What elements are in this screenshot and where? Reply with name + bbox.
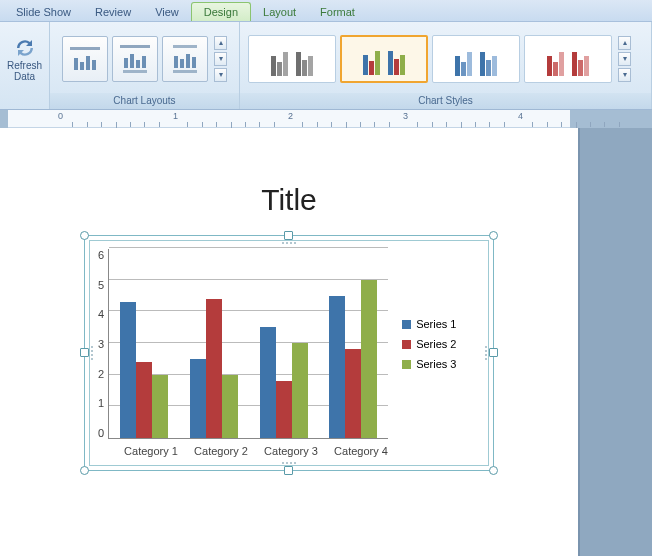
bar[interactable] bbox=[329, 296, 345, 439]
workspace: Title 0123456 Series 1Serie bbox=[0, 128, 652, 556]
ruler-mark: 4 bbox=[518, 111, 523, 121]
legend-swatch bbox=[402, 320, 411, 329]
bar[interactable] bbox=[136, 362, 152, 438]
bar[interactable] bbox=[152, 375, 168, 438]
y-tick-label: 6 bbox=[98, 249, 104, 261]
x-axis: Category 1Category 2Category 3Category 4 bbox=[116, 439, 396, 457]
y-tick-label: 0 bbox=[98, 427, 104, 439]
layout-scroll-down[interactable]: ▾ bbox=[214, 52, 227, 66]
layout-more[interactable]: ▾ bbox=[214, 68, 227, 82]
layout-scroll-up[interactable]: ▴ bbox=[214, 36, 227, 50]
bar[interactable] bbox=[260, 327, 276, 438]
legend-label: Series 3 bbox=[416, 358, 456, 370]
bar[interactable] bbox=[120, 302, 136, 438]
bar[interactable] bbox=[190, 359, 206, 438]
legend-swatch bbox=[402, 340, 411, 349]
style-scroll-up[interactable]: ▴ bbox=[618, 36, 631, 50]
resize-handle-tl[interactable] bbox=[80, 231, 89, 240]
gridline bbox=[109, 247, 388, 248]
x-tick-label: Category 2 bbox=[194, 445, 248, 457]
chart-layout-3[interactable] bbox=[162, 36, 208, 82]
x-tick-label: Category 4 bbox=[334, 445, 388, 457]
refresh-data-button[interactable]: Refresh Data bbox=[4, 27, 45, 91]
bar[interactable] bbox=[206, 299, 222, 438]
resize-handle-tm[interactable] bbox=[284, 231, 293, 240]
bar[interactable] bbox=[345, 349, 361, 438]
category-group[interactable] bbox=[190, 299, 238, 438]
group-chart-layouts: ▴ ▾ ▾ Chart Layouts bbox=[50, 22, 240, 109]
ribbon: Refresh Data . ▴ ▾ ▾ bbox=[0, 22, 652, 110]
tab-format[interactable]: Format bbox=[308, 3, 367, 21]
x-tick-label: Category 1 bbox=[124, 445, 178, 457]
style-more[interactable]: ▾ bbox=[618, 68, 631, 82]
chart-object[interactable]: 0123456 Series 1Series 2Series 3 Categor… bbox=[84, 235, 494, 471]
chart-layout-2[interactable] bbox=[112, 36, 158, 82]
ruler-mark: 0 bbox=[58, 111, 63, 121]
x-tick-label: Category 3 bbox=[264, 445, 318, 457]
y-tick-label: 1 bbox=[98, 397, 104, 409]
ribbon-tabs: Slide Show Review View Design Layout For… bbox=[0, 0, 652, 22]
ruler-mark: 1 bbox=[173, 111, 178, 121]
bar[interactable] bbox=[276, 381, 292, 438]
legend-item[interactable]: Series 1 bbox=[402, 318, 456, 330]
group-chart-styles: ▴▾▾ Chart Styles bbox=[240, 22, 652, 109]
bar[interactable] bbox=[361, 280, 377, 438]
bar[interactable] bbox=[222, 375, 238, 438]
resize-handle-tr[interactable] bbox=[489, 231, 498, 240]
refresh-icon bbox=[13, 36, 37, 60]
chart-layout-1[interactable] bbox=[62, 36, 108, 82]
refresh-label: Refresh Data bbox=[5, 60, 44, 82]
y-tick-label: 3 bbox=[98, 338, 104, 350]
y-tick-label: 2 bbox=[98, 368, 104, 380]
chart-style-2[interactable] bbox=[340, 35, 428, 83]
tab-slideshow[interactable]: Slide Show bbox=[4, 3, 83, 21]
legend-label: Series 1 bbox=[416, 318, 456, 330]
tab-design[interactable]: Design bbox=[191, 2, 251, 21]
category-group[interactable] bbox=[329, 280, 377, 438]
chart-styles-label: Chart Styles bbox=[240, 93, 651, 109]
resize-handle-bl[interactable] bbox=[80, 466, 89, 475]
slide-title-placeholder[interactable]: Title bbox=[0, 183, 578, 217]
legend-swatch bbox=[402, 360, 411, 369]
plot-area[interactable] bbox=[108, 249, 388, 439]
category-group[interactable] bbox=[260, 327, 308, 438]
category-group[interactable] bbox=[120, 302, 168, 438]
legend[interactable]: Series 1Series 2Series 3 bbox=[402, 249, 456, 439]
legend-label: Series 2 bbox=[416, 338, 456, 350]
ruler-mark: 2 bbox=[288, 111, 293, 121]
resize-handle-mr[interactable] bbox=[489, 348, 498, 357]
y-tick-label: 4 bbox=[98, 308, 104, 320]
tab-review[interactable]: Review bbox=[83, 3, 143, 21]
chart-style-1[interactable] bbox=[248, 35, 336, 83]
tab-view[interactable]: View bbox=[143, 3, 191, 21]
bar[interactable] bbox=[292, 343, 308, 438]
horizontal-ruler: 01234 bbox=[0, 110, 652, 128]
resize-handle-br[interactable] bbox=[489, 466, 498, 475]
tab-layout[interactable]: Layout bbox=[251, 3, 308, 21]
chart-layouts-label: Chart Layouts bbox=[50, 93, 239, 109]
legend-item[interactable]: Series 2 bbox=[402, 338, 456, 350]
y-tick-label: 5 bbox=[98, 279, 104, 291]
style-scroll-down[interactable]: ▾ bbox=[618, 52, 631, 66]
resize-handle-ml[interactable] bbox=[80, 348, 89, 357]
chart-style-3[interactable] bbox=[432, 35, 520, 83]
group-data: Refresh Data . bbox=[0, 22, 50, 109]
resize-handle-bm[interactable] bbox=[284, 466, 293, 475]
chart-style-4[interactable] bbox=[524, 35, 612, 83]
chart-area[interactable]: 0123456 Series 1Series 2Series 3 Categor… bbox=[89, 240, 489, 466]
y-axis: 0123456 bbox=[98, 249, 108, 439]
ruler-mark: 3 bbox=[403, 111, 408, 121]
legend-item[interactable]: Series 3 bbox=[402, 358, 456, 370]
slide[interactable]: Title 0123456 Series 1Serie bbox=[0, 128, 580, 556]
